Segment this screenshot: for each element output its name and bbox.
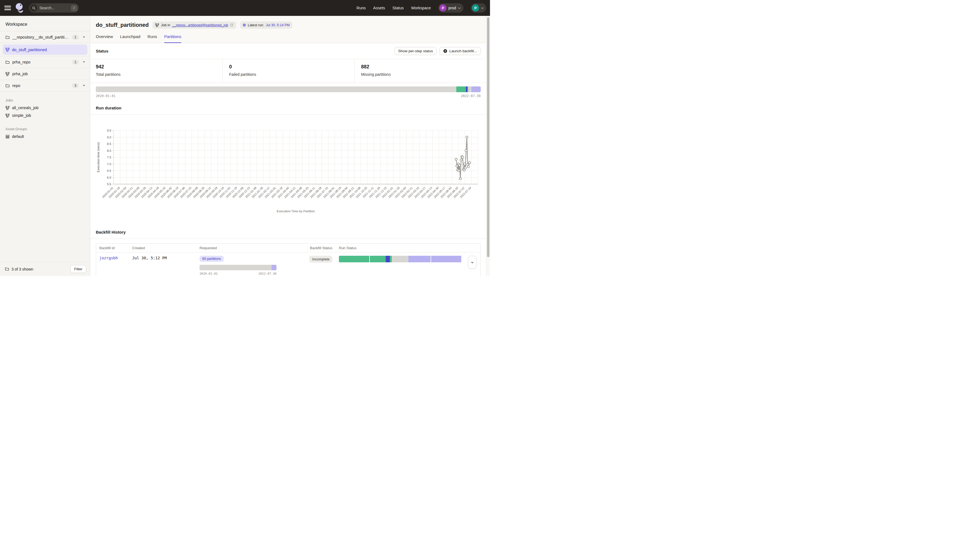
nav-link-workspace[interactable]: Workspace (411, 6, 431, 10)
nav-link-status[interactable]: Status (393, 6, 404, 10)
sidebar-item-label: prha_repo (12, 60, 69, 64)
search-input[interactable]: Search... / (29, 3, 79, 13)
job-count-badge: 1 (72, 60, 79, 65)
svg-text:7.5: 7.5 (107, 155, 111, 159)
sidebar-item-do_stuff_partitioned[interactable]: do_stuff_partitioned (3, 44, 88, 55)
partition-status-bar[interactable] (96, 86, 481, 92)
svg-text:9.0: 9.0 (107, 136, 111, 139)
sidebar-item-label: all_cereals_job (12, 106, 38, 110)
latest-run-time-link[interactable]: Jul 30, 5:14 PM (266, 23, 290, 27)
expand-row-button[interactable] (468, 256, 477, 269)
vertical-scrollbar[interactable] (486, 16, 490, 276)
folder-icon (5, 35, 10, 40)
job-icon (5, 72, 10, 76)
nav-link-assets[interactable]: Assets (373, 6, 385, 10)
nav-link-runs[interactable]: Runs (356, 6, 366, 10)
svg-text:Execution Time by Partition: Execution Time by Partition (277, 209, 315, 213)
search-icon (30, 5, 37, 11)
svg-text:8.5: 8.5 (107, 142, 111, 146)
sidebar-item-all_cereals_job[interactable]: all_cereals_job (0, 104, 90, 112)
filter-button[interactable]: Filter (70, 265, 86, 273)
job-origin-link[interactable]: __reposi...artitioned@partitioned_job (172, 23, 228, 27)
stat-missing-partitions: 882Missing partitions (354, 59, 486, 82)
sidebar-item-prha_repo[interactable]: prha_repo1 (0, 56, 90, 68)
scrollbar-thumb[interactable] (487, 17, 490, 257)
chevron-down-icon (481, 7, 484, 9)
bar-segment (468, 86, 472, 92)
job-count-badge: 3 (72, 83, 79, 88)
stat-value: 0 (229, 64, 354, 70)
tab-runs[interactable]: Runs (148, 34, 157, 43)
search-placeholder: Search... (40, 6, 69, 10)
sidebar-item-prha_job[interactable]: prha_job (0, 68, 90, 80)
bar-segment (369, 256, 386, 262)
svg-text:7.0: 7.0 (107, 162, 111, 166)
deployment-switcher[interactable]: P prod (438, 3, 463, 13)
search-shortcut-key: / (71, 5, 77, 11)
user-menu[interactable]: P (471, 3, 486, 13)
sidebar-item-repo[interactable]: repo3 (0, 80, 90, 92)
sidebar-item-label: simple_job (12, 113, 31, 117)
chevron-down-icon (458, 7, 461, 9)
stat-label: Failed partitions (229, 72, 354, 76)
svg-text:6.5: 6.5 (107, 169, 111, 172)
sidebar-item-label: default (12, 134, 24, 139)
user-avatar: P (472, 5, 479, 11)
bar-segment (390, 256, 392, 262)
asset-group-icon (5, 135, 10, 139)
folder-icon (5, 60, 10, 64)
stat-label: Missing partitions (361, 72, 486, 76)
partition-status-bar-section: 2020-01-01 2022-07-30 (90, 83, 486, 100)
sidebar-item-default[interactable]: default (0, 133, 90, 140)
tab-overview[interactable]: Overview (96, 34, 113, 43)
sidebar-section-label: Asset Groups (0, 125, 90, 133)
sidebar-item-__repository__do_stuff_partitio[interactable]: __repository__do_stuff_partitio...1 (0, 32, 90, 43)
backfill-requested-cell: 60 partitions2020-01-012022-07-30 (196, 252, 280, 276)
backfill-status-badge: Incomplete (309, 256, 332, 263)
column-header-empty (465, 244, 480, 252)
folder-icon (5, 267, 9, 271)
backfill-history-heading: Backfill History (90, 224, 486, 239)
status-section-header: Status Show per-step status Launch backf… (90, 43, 486, 59)
bar-segment (471, 86, 481, 92)
status-heading: Status (96, 49, 108, 53)
menu-icon[interactable] (5, 6, 11, 10)
stat-value: 942 (96, 64, 222, 70)
backfill-id-link[interactable]: jozrgsbh (99, 256, 118, 260)
main-content: do_stuff_partitioned Job in __reposi...a… (90, 16, 486, 276)
show-per-step-status-button[interactable]: Show per-step status (395, 47, 437, 55)
launch-backfill-button[interactable]: Launch backfill... (439, 47, 481, 55)
requested-partitions-badge[interactable]: 60 partitions (200, 256, 224, 262)
job-count-badge: 1 (72, 35, 79, 40)
requested-range-bar (200, 265, 277, 270)
bar-segment (392, 256, 409, 262)
requested-range-end: 2022-07-30 (258, 272, 277, 276)
partition-range-end: 2022-07-30 (461, 94, 481, 98)
run-duration-chart: 5.56.06.57.07.58.08.59.09.52020-01-01202… (90, 114, 486, 224)
run-status-dot-icon (243, 24, 246, 27)
job-icon (155, 23, 159, 27)
latest-run-badge: Latest run: Jul 30, 5:14 PM (240, 21, 292, 29)
sidebar-title: Workspace (0, 16, 90, 31)
caret-down-icon[interactable] (81, 36, 86, 38)
svg-text:9.5: 9.5 (107, 129, 111, 132)
column-header-requested: Requested (196, 244, 280, 252)
column-header-backfill-id: Backfill Id (96, 244, 129, 252)
repos-shown-count: 3 of 3 shown (11, 267, 68, 271)
sidebar-item-label: repo (12, 83, 69, 88)
caret-down-icon[interactable] (81, 84, 86, 87)
column-header-created: Created (129, 244, 196, 252)
deployment-label: prod (449, 6, 456, 10)
stat-failed-partitions: 0Failed partitions (222, 59, 354, 82)
page-title: do_stuff_partitioned (96, 22, 149, 28)
job-origin-badge: Job in __reposi...artitioned@partitioned… (153, 21, 236, 29)
table-row: jozrgsbhJul 30, 5:12 PM60 partitions2020… (96, 252, 480, 276)
tab-launchpad[interactable]: Launchpad (120, 34, 140, 43)
dagster-logo-icon[interactable] (15, 2, 25, 13)
tab-partitions[interactable]: Partitions (164, 34, 181, 43)
plus-circle-icon (443, 49, 447, 53)
run-status-bar[interactable] (339, 256, 462, 262)
sidebar-item-simple_job[interactable]: simple_job (0, 112, 90, 119)
refresh-icon[interactable] (230, 23, 234, 27)
caret-down-icon[interactable] (81, 61, 86, 63)
